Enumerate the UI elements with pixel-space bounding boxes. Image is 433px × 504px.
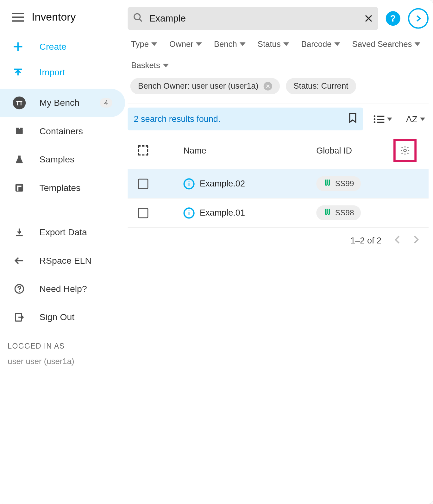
svg-rect-25: [377, 116, 384, 117]
nav-label: RSpace ELN: [40, 255, 91, 266]
search-input[interactable]: [149, 13, 358, 24]
pager-next[interactable]: [413, 235, 419, 246]
sidebar-item-rspace-eln[interactable]: RSpace ELN: [0, 247, 125, 275]
global-id-pill[interactable]: SS99: [316, 176, 361, 191]
filter-baskets[interactable]: Baskets: [131, 61, 169, 70]
pager-range: 1–2 of 2: [350, 236, 381, 246]
search-icon: [133, 12, 143, 24]
flask-icon: [13, 153, 26, 166]
nav-label: Templates: [40, 183, 81, 193]
row-checkbox[interactable]: [138, 208, 148, 218]
clear-search-button[interactable]: [364, 14, 373, 23]
row-id: SS99: [335, 179, 354, 188]
svg-point-26: [374, 118, 375, 120]
svg-rect-11: [20, 128, 22, 129]
import-icon: [13, 67, 23, 78]
table-row[interactable]: i Example.01 SS98: [128, 198, 429, 228]
bench-icon: [13, 97, 26, 110]
filter-type[interactable]: Type: [131, 40, 157, 49]
svg-line-21: [139, 19, 142, 22]
col-global-id[interactable]: Global ID: [316, 146, 393, 155]
table-row[interactable]: i Example.02 SS99: [128, 169, 429, 198]
svg-rect-19: [16, 313, 22, 321]
next-panel-button[interactable]: [408, 8, 429, 29]
results-row: 2 search results found. AZ: [128, 108, 429, 130]
import-button[interactable]: Import: [0, 60, 125, 85]
view-mode-button[interactable]: [370, 112, 396, 126]
create-button[interactable]: Create: [0, 34, 125, 60]
pager-prev[interactable]: [394, 235, 400, 246]
table-header: Name Global ID: [128, 132, 429, 169]
sidebar: Inventory Create Import My Bench 4: [0, 0, 125, 504]
active-filter-chips: Bench Owner: user user (user1a) ✕ Status…: [128, 74, 429, 102]
sort-button[interactable]: AZ: [403, 111, 429, 127]
svg-point-24: [374, 115, 375, 117]
svg-point-17: [15, 285, 23, 293]
sidebar-item-samples[interactable]: Samples: [0, 145, 125, 173]
chip-label: Bench Owner: user user (user1a): [138, 81, 258, 91]
svg-rect-27: [377, 118, 384, 119]
filter-barcode[interactable]: Barcode: [301, 40, 340, 49]
chip-status[interactable]: Status: Current: [286, 78, 356, 94]
svg-point-30: [404, 149, 406, 152]
sample-tubes-icon: [323, 208, 331, 218]
hamburger-icon[interactable]: [12, 12, 24, 22]
row-checkbox[interactable]: [138, 179, 148, 189]
filter-bench[interactable]: Bench: [214, 40, 246, 49]
container-icon: [13, 125, 26, 138]
svg-point-20: [134, 14, 140, 20]
svg-line-22: [366, 16, 372, 22]
import-label: Import: [40, 67, 65, 78]
sidebar-item-my-bench[interactable]: My Bench 4: [0, 89, 125, 117]
sidebar-footer: LOGGED IN AS user user (user1a): [0, 331, 125, 366]
row-id: SS98: [335, 208, 354, 217]
search-box[interactable]: [128, 7, 378, 30]
filter-status[interactable]: Status: [258, 40, 289, 49]
svg-rect-15: [16, 235, 23, 236]
chip-bench-owner[interactable]: Bench Owner: user user (user1a) ✕: [130, 78, 280, 94]
svg-rect-14: [17, 186, 22, 187]
signout-icon: [13, 311, 26, 324]
arrow-left-icon: [13, 254, 26, 267]
sidebar-item-signout[interactable]: Sign Out: [0, 303, 125, 331]
results-message: 2 search results found.: [134, 114, 220, 124]
nav-label: Containers: [40, 126, 83, 136]
sidebar-header: Inventory: [0, 9, 125, 34]
logged-in-label: LOGGED IN AS: [8, 342, 117, 350]
nav-label: Need Help?: [40, 284, 87, 294]
nav-label: Sign Out: [40, 312, 75, 322]
nav-group-secondary: Export Data RSpace ELN Need Help? Sign O…: [0, 218, 125, 331]
nav-group-main: My Bench 4 Containers Samples Templates: [0, 89, 125, 202]
help-button[interactable]: ?: [386, 11, 400, 26]
info-icon[interactable]: i: [184, 207, 195, 218]
column-settings-button[interactable]: [393, 139, 417, 162]
main-panel: ? Type Owner Bench Status Barcode Saved …: [125, 0, 433, 504]
topbar: ?: [128, 7, 429, 30]
sidebar-item-help[interactable]: Need Help?: [0, 275, 125, 303]
svg-rect-12: [16, 184, 23, 192]
row-name: Example.01: [200, 208, 245, 218]
sidebar-item-export[interactable]: Export Data: [0, 218, 125, 246]
bookmark-icon[interactable]: [348, 113, 357, 125]
global-id-pill[interactable]: SS98: [316, 205, 361, 220]
results-table: Name Global ID i Example.02: [128, 132, 429, 228]
results-banner: 2 search results found.: [128, 108, 363, 130]
sidebar-item-containers[interactable]: Containers: [0, 117, 125, 145]
col-name[interactable]: Name: [172, 146, 317, 155]
info-icon[interactable]: i: [184, 178, 195, 189]
template-icon: [13, 181, 26, 194]
create-label: Create: [40, 41, 66, 52]
filter-saved-searches[interactable]: Saved Searches: [352, 40, 421, 49]
sample-tubes-icon: [323, 179, 331, 189]
svg-rect-9: [16, 129, 23, 134]
sidebar-item-templates[interactable]: Templates: [0, 173, 125, 202]
select-all-checkbox[interactable]: [138, 145, 148, 155]
svg-rect-10: [16, 128, 19, 129]
help-icon: [13, 282, 26, 295]
filter-row: Type Owner Bench Status Barcode Saved Se…: [128, 30, 429, 74]
svg-line-23: [366, 16, 372, 22]
nav-label: Export Data: [40, 227, 87, 237]
nav-badge: 4: [100, 98, 112, 108]
chip-remove-icon[interactable]: ✕: [264, 82, 272, 91]
filter-owner[interactable]: Owner: [169, 40, 202, 49]
